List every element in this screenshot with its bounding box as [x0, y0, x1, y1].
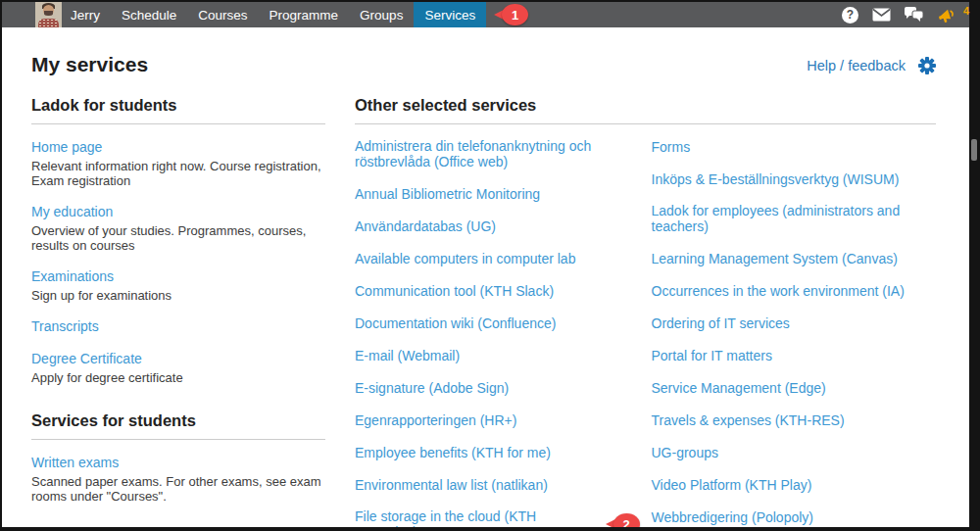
link-annual-bibliometric[interactable]: Annual Bibliometric Monitoring — [355, 186, 540, 202]
link-degree-certificate[interactable]: Degree Certificate — [31, 351, 142, 366]
link-written-exams[interactable]: Written exams — [31, 455, 119, 470]
service-link-columns: Administrera din telefonanknytning och r… — [355, 138, 936, 527]
divider — [31, 439, 325, 440]
service-column-1: Administrera din telefonanknytning och r… — [355, 138, 640, 527]
link-egenrapporteringen-hr[interactable]: Egenrapporteringen (HR+) — [355, 412, 516, 428]
link-documentation-wiki-confluence[interactable]: Documentation wiki (Confluence) — [355, 315, 556, 331]
menu-item-groups[interactable]: Groups — [349, 2, 414, 27]
annotation-step-1-badge: 1 — [494, 4, 528, 25]
link-employee-benefits[interactable]: Employee benefits (KTH for me) — [355, 445, 551, 460]
link-description: Scanned paper exams. For other exams, se… — [31, 474, 325, 504]
browser-frame: Jerry Schedule Courses Programme Groups … — [0, 0, 980, 531]
topbar-icons: ? — [842, 2, 957, 27]
link-occurrences-work-environment[interactable]: Occurrences in the work environment (IA) — [652, 283, 905, 299]
menu-item-user[interactable]: Jerry — [62, 2, 111, 27]
my-services-page: My services Help / feedback — [2, 27, 969, 527]
menu-item-services-active[interactable]: Services — [414, 2, 486, 27]
link-ladok-for-employees[interactable]: Ladok for employees (administrators and … — [652, 203, 937, 234]
link-inkops-wisum[interactable]: Inköps & E-beställningsverktyg (WISUM) — [652, 171, 900, 187]
link-ordering-it-services[interactable]: Ordering of IT services — [652, 315, 790, 331]
top-menu-bar: Jerry Schedule Courses Programme Groups … — [2, 2, 969, 27]
link-examinations[interactable]: Examinations — [31, 268, 114, 284]
page-title: My services — [31, 53, 148, 76]
service-column-2: Forms Inköps & E-beställningsverktyg (WI… — [652, 138, 937, 527]
list-item: Home page Relevant information right now… — [31, 138, 325, 188]
link-travels-expenses-kthres[interactable]: Travels & expenses (KTH-RES) — [652, 412, 845, 428]
section-heading-other-services: Other selected services — [355, 96, 936, 115]
divider — [355, 123, 936, 124]
list-item: Written exams Scanned paper exams. For o… — [31, 454, 325, 504]
other-services-area: Other selected services Administrera din… — [355, 96, 936, 527]
divider — [31, 123, 325, 124]
link-communication-tool-slack[interactable]: Communication tool (KTH Slack) — [355, 283, 554, 299]
link-webbredigering-polopoly[interactable]: Webbredigering (Polopoly) — [652, 509, 814, 525]
annotation-step-2-number: 2 — [613, 513, 640, 527]
link-description: Relevant information right now. Course r… — [31, 159, 325, 188]
avatar[interactable] — [35, 2, 62, 27]
link-file-storage-onedrive[interactable]: File storage in the cloud (KTH OneDrive) — [355, 508, 596, 527]
help-feedback-link[interactable]: Help / feedback — [807, 58, 906, 73]
page-header: My services Help / feedback — [31, 53, 936, 76]
megaphone-icon[interactable] — [938, 7, 957, 24]
menu-item-programme[interactable]: Programme — [259, 2, 350, 27]
vertical-scrollbar-thumb[interactable] — [971, 139, 977, 161]
link-email-webmail[interactable]: E-mail (Webmail) — [355, 348, 460, 363]
mail-icon[interactable] — [872, 8, 891, 22]
link-portal-it-matters[interactable]: Portal for IT matters — [652, 348, 772, 363]
link-anvandardatabas-ug[interactable]: Användardatabas (UG) — [355, 218, 496, 234]
link-administrera-telefonanknytning[interactable]: Administrera din telefonanknytning och r… — [355, 138, 640, 169]
link-description: Overview of your studies. Programmes, co… — [31, 223, 325, 253]
menu-item-schedule[interactable]: Schedule — [111, 2, 187, 27]
list-item: Degree Certificate Apply for degree cert… — [31, 350, 325, 385]
content-columns: Ladok for students Home page Relevant in… — [31, 96, 936, 527]
menu-item-courses[interactable]: Courses — [187, 2, 258, 27]
header-actions: Help / feedback — [807, 57, 936, 74]
section-heading-ladok: Ladok for students — [31, 96, 325, 115]
ladok-column: Ladok for students Home page Relevant in… — [31, 96, 325, 527]
link-environmental-law-list[interactable]: Environmental law list (natlikan) — [355, 477, 548, 493]
annotation-step-1-number: 1 — [502, 4, 528, 25]
avatar-shirt — [38, 19, 59, 27]
link-description: Sign up for examinations — [31, 288, 325, 303]
list-item: Examinations Sign up for examinations — [31, 267, 325, 303]
link-lms-canvas[interactable]: Learning Management System (Canvas) — [652, 251, 898, 266]
help-icon[interactable]: ? — [842, 7, 858, 24]
gear-icon[interactable] — [918, 57, 936, 74]
list-item: My education Overview of your studies. P… — [31, 203, 325, 253]
chat-icon[interactable] — [905, 7, 924, 23]
avatar-beard — [44, 11, 53, 16]
section-heading-services-students: Services for students — [31, 411, 325, 430]
services-for-students-section: Services for students Written exams Scan… — [31, 411, 325, 504]
link-description: Apply for degree certificate — [31, 370, 325, 385]
notification-count-badge[interactable]: 4 — [963, 5, 969, 17]
list-item: File storage in the cloud (KTH OneDrive)… — [355, 508, 640, 527]
link-transcripts[interactable]: Transcripts — [31, 318, 99, 334]
link-service-management-edge[interactable]: Service Management (Edge) — [652, 380, 826, 396]
link-forms[interactable]: Forms — [652, 139, 691, 155]
link-esignature-adobe-sign[interactable]: E-signature (Adobe Sign) — [355, 380, 509, 396]
link-ug-groups[interactable]: UG-groups — [652, 445, 718, 460]
topbar-spacer — [528, 2, 842, 27]
link-available-computers[interactable]: Available computers in computer lab — [355, 251, 575, 266]
annotation-step-2-badge: 2 — [606, 513, 640, 527]
list-item: Transcripts — [31, 317, 325, 335]
link-my-education[interactable]: My education — [31, 204, 113, 219]
link-video-platform-kthplay[interactable]: Video Platform (KTH Play) — [652, 477, 812, 493]
link-home-page[interactable]: Home page — [31, 139, 102, 155]
